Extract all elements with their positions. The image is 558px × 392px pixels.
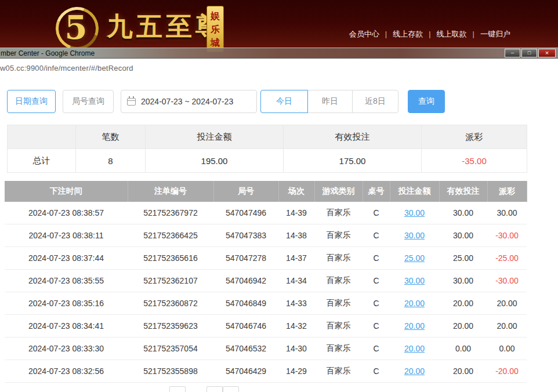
cell-bet-amount: 30.00 (390, 270, 439, 292)
banner-nav-link[interactable]: 线上取款 (437, 29, 480, 39)
cell-table-code: C (363, 270, 390, 292)
records-header-cell: 局号 (213, 181, 278, 202)
cell-bet-time: 2024-07-23 08:34:41 (5, 315, 128, 337)
cell-round-number: 547047383 (213, 224, 278, 247)
cell-bet-time: 2024-07-23 08:35:55 (5, 270, 128, 292)
summary-header-payout: 派彩 (422, 125, 527, 149)
cell-session: 14-39 (278, 202, 314, 224)
bet-amount-link[interactable]: 20.00 (404, 321, 425, 331)
window-titlebar: mber Center - Google Chrome – □ × (0, 48, 558, 59)
pagination-fragment[interactable] (223, 386, 239, 392)
bet-amount-link[interactable]: 20.00 (404, 299, 425, 308)
pagination-fragment[interactable] (169, 386, 186, 392)
round-query-tab[interactable]: 局号查询 (63, 90, 114, 113)
cell-bet-number: 521752357054 (128, 337, 213, 360)
cell-table-code: C (363, 360, 390, 383)
date-query-tab[interactable]: 日期查询 (7, 90, 56, 113)
minimize-button[interactable]: – (505, 49, 520, 57)
summary-header-valid-bet: 有效投注 (284, 125, 422, 149)
banner-nav-link[interactable]: 线上存款 (393, 29, 436, 39)
cell-bet-time: 2024-07-23 08:37:44 (5, 247, 128, 270)
records-header-cell: 有效投注 (439, 181, 487, 202)
records-header-row: 下注时间注单编号局号场次游戏类别桌号投注金额有效投注派彩 (5, 181, 527, 202)
cell-round-number: 547046532 (213, 337, 278, 360)
bet-amount-link[interactable]: 20.00 (404, 344, 425, 353)
cell-session: 14-29 (278, 360, 314, 383)
cell-game-type: 百家乐 (314, 224, 363, 247)
summary-corner-cell (8, 125, 76, 149)
cell-session: 14-33 (278, 292, 314, 315)
cell-game-type: 百家乐 (314, 247, 363, 270)
cell-payout: 30.00 (487, 202, 527, 224)
bet-amount-link[interactable]: 30.00 (404, 208, 425, 217)
maximize-button[interactable]: □ (521, 49, 537, 57)
cell-game-type: 百家乐 (314, 270, 363, 292)
bet-record-row: 2024-07-23 08:33:30 521752357054 5470465… (5, 337, 527, 360)
banner-nav-link[interactable]: 会员中心 (349, 29, 393, 39)
cell-valid-bet: 20.00 (439, 360, 487, 383)
cell-valid-bet: 0.00 (439, 337, 487, 360)
summary-total-row: 总计 8 195.00 175.00 -35.00 (8, 149, 527, 173)
records-header-cell: 游戏类别 (314, 181, 363, 202)
cell-bet-number: 521752355898 (128, 360, 213, 383)
cell-valid-bet: 25.00 (439, 247, 487, 270)
records-header-cell: 桌号 (363, 181, 390, 202)
cell-bet-number: 521752365616 (128, 247, 213, 270)
cell-bet-amount: 20.00 (390, 315, 439, 337)
bet-amount-link[interactable]: 30.00 (404, 276, 425, 285)
summary-table: 笔数 投注金额 有效投注 派彩 总计 8 195.00 175.00 -35.0… (7, 125, 527, 173)
cell-session: 14-32 (278, 315, 314, 337)
cell-valid-bet: 20.00 (439, 292, 487, 315)
bet-amount-link[interactable]: 20.00 (404, 366, 425, 376)
cell-bet-amount: 25.00 (390, 247, 439, 270)
cell-valid-bet: 30.00 (439, 224, 487, 247)
cell-game-type: 百家乐 (314, 337, 363, 360)
last-8-days-button[interactable]: 近8日 (352, 90, 398, 113)
address-url: w05.cc:9900/infe/mcenter/#/betRecord (0, 64, 133, 72)
cell-round-number: 547047278 (213, 247, 278, 270)
cell-session: 14-37 (278, 247, 314, 270)
summary-total-valid-bet: 175.00 (284, 149, 422, 173)
bet-record-row: 2024-07-23 08:35:55 521752362107 5470469… (5, 270, 527, 292)
cell-valid-bet: 30.00 (439, 202, 487, 224)
cell-game-type: 百家乐 (314, 202, 363, 224)
cell-session: 14-38 (278, 224, 314, 247)
bet-record-row: 2024-07-23 08:35:16 521752360872 5470468… (5, 292, 527, 315)
cell-bet-amount: 20.00 (390, 337, 439, 360)
address-bar: w05.cc:9900/infe/mcenter/#/betRecord (0, 59, 558, 77)
banner-nav-link[interactable]: 一键归户 (480, 29, 510, 39)
bet-amount-link[interactable]: 25.00 (404, 253, 425, 263)
bet-records-table: 下注时间注单编号局号场次游戏类别桌号投注金额有效投注派彩 2024-07-23 … (5, 181, 527, 383)
bet-record-row: 2024-07-23 08:38:57 521752367972 5470474… (5, 202, 527, 224)
cell-payout: 20.00 (487, 292, 527, 315)
cell-game-type: 百家乐 (314, 360, 363, 383)
screen: 5 九五至尊 娱乐城 会员中心线上存款线上取款一键归户 mber Center … (0, 0, 558, 392)
calendar-icon (127, 98, 136, 106)
bet-amount-link[interactable]: 30.00 (404, 231, 425, 240)
summary-total-bet-amount: 195.00 (146, 149, 284, 173)
cell-valid-bet: 20.00 (439, 315, 487, 337)
cell-payout: -30.00 (487, 224, 527, 247)
cell-bet-time: 2024-07-23 08:38:11 (5, 224, 128, 247)
cell-table-code: C (363, 202, 390, 224)
records-header-cell: 注单编号 (128, 181, 213, 202)
date-range-value: 2024-07-23 ~ 2024-07-23 (141, 97, 233, 106)
pagination-fragment[interactable] (206, 386, 223, 392)
yesterday-button[interactable]: 昨日 (307, 90, 353, 113)
close-button[interactable]: × (538, 49, 556, 57)
summary-header-count: 笔数 (76, 125, 146, 149)
summary-total-count: 8 (76, 149, 146, 173)
date-range-input[interactable]: 2024-07-23 ~ 2024-07-23 (121, 90, 257, 113)
search-button[interactable]: 查询 (408, 90, 445, 113)
site-logo-emblem: 5 (51, 2, 101, 52)
cell-valid-bet: 30.00 (439, 270, 487, 292)
window-controls: – □ × (503, 49, 556, 57)
today-button[interactable]: 今日 (260, 90, 308, 113)
cell-bet-number: 521752362107 (128, 270, 213, 292)
summary-header-bet-amount: 投注金额 (146, 125, 284, 149)
cell-round-number: 547046746 (213, 315, 278, 337)
cell-bet-number: 521752360872 (128, 292, 213, 315)
cell-game-type: 百家乐 (314, 315, 363, 337)
cell-payout: 0.00 (487, 337, 527, 360)
cell-payout: -20.00 (487, 360, 527, 383)
